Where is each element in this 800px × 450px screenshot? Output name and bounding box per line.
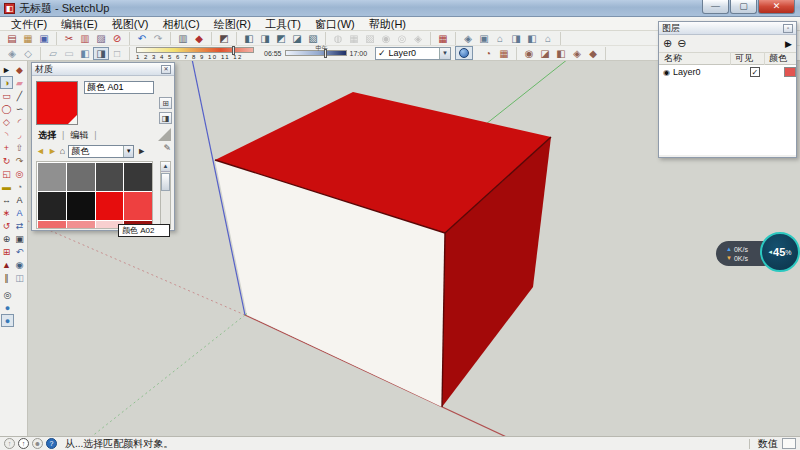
swatch-scrollbar[interactable]: ▲ [160,161,171,229]
save-button[interactable]: ▣ [36,32,52,45]
camera-front-button[interactable]: ⌂ [492,32,508,45]
tab-select[interactable]: 选择 [36,129,58,142]
shaded-style-button[interactable]: ◧ [77,47,93,60]
arc-3-tool[interactable]: ◞ [13,128,26,141]
color-swatch[interactable] [96,163,124,191]
walk-tool[interactable]: ∥ [0,271,13,284]
layer-manager-button[interactable] [455,46,473,60]
push-pull-tool[interactable]: ⇧ [13,141,26,154]
drape-button[interactable]: ◧ [553,47,569,60]
redo-button[interactable]: ↷ [150,32,166,45]
trim-button[interactable]: ▧ [305,32,321,45]
layer-color-swatch[interactable] [784,67,796,77]
warehouse-button[interactable]: ◩ [216,32,232,45]
camera-top-button[interactable]: ▣ [476,32,492,45]
color-swatch[interactable] [67,192,95,220]
from-scratch-button[interactable]: ▦ [496,47,512,60]
secondary-pane-button[interactable]: ◨ [159,112,172,124]
measurement-input[interactable] [782,438,796,449]
menu-help[interactable]: 帮助(H) [362,17,413,31]
polygon-tool[interactable]: ◇ [0,115,13,128]
color-swatch[interactable] [38,221,66,229]
camera-left-button[interactable]: ⌂ [540,32,556,45]
erase-button[interactable]: ⊘ [109,32,125,45]
share-component-button[interactable]: ▦ [435,32,451,45]
scale-tool[interactable]: ◱ [0,167,13,180]
scroll-up-icon[interactable]: ▲ [161,162,170,172]
dimension-tool[interactable]: ↔ [0,193,13,206]
help-icon[interactable]: ? [46,438,57,449]
3d-text-tool[interactable]: A [13,206,26,219]
earth-sphere-tool[interactable]: ● [1,301,14,314]
layer-visible-checkbox[interactable]: ✓ [750,67,760,77]
add-layer-button[interactable]: ⊕ [663,37,672,50]
open-button[interactable]: ▦ [20,32,36,45]
copy-button[interactable]: ▥ [77,32,93,45]
pan-tool[interactable]: ⇄ [13,219,26,232]
material-name-field[interactable] [84,81,154,94]
collection-dropdown[interactable]: 颜色 ▼ [68,145,134,158]
paint-bucket-tool[interactable]: ◑ [0,76,13,89]
menu-view[interactable]: 视图(V) [105,17,156,31]
color-swatch[interactable] [124,192,152,220]
camera-right-button[interactable]: ◨ [508,32,524,45]
model-info-button[interactable]: ◆ [191,32,207,45]
color-swatch[interactable] [96,192,124,220]
layer-row[interactable]: ◉Layer0✓ [659,65,796,79]
circle-tool[interactable]: ◯ [0,102,13,115]
color-swatch[interactable] [38,163,66,191]
geolocation-icon[interactable]: ↑ [4,438,15,449]
color-swatch[interactable] [38,192,66,220]
layers-restore-icon[interactable]: ▫ [783,24,793,33]
rotate-tool[interactable]: ↻ [0,154,13,167]
layer-combo-arrow-icon[interactable]: ▼ [439,48,450,59]
position-camera-tool[interactable]: ▲ [0,258,13,271]
shadow-date-slider[interactable]: 1 2 3 4 5 6 7 8 9 10 11 12 [136,47,254,60]
textured-style-button[interactable]: ◨ [93,47,109,60]
freehand-tool[interactable]: ∽ [13,102,26,115]
new-button[interactable]: ▤ [4,32,20,45]
close-button[interactable]: ✕ [758,0,795,14]
scroll-thumb[interactable] [161,173,170,191]
eraser-tool[interactable]: ▰ [13,76,26,89]
home-icon[interactable]: ⌂ [60,146,65,156]
tab-edit[interactable]: 编辑 [68,129,90,142]
monochrome-style-button[interactable]: □ [109,47,125,60]
add-detail-button[interactable]: ◈ [569,47,585,60]
minimize-button[interactable]: — [702,0,729,14]
subtract-button[interactable]: ◪ [289,32,305,45]
camera-iso-button[interactable]: ◈ [460,32,476,45]
print-button[interactable]: ▥ [175,32,191,45]
speed-ball[interactable]: ◂ 45 % [760,232,800,272]
speed-widget[interactable]: ▲ 0K/s ▼ 0K/s ◂ 45 % [714,230,800,274]
section-plane-tool[interactable]: ◫ [13,271,26,284]
create-material-button[interactable]: ⊞ [159,97,172,109]
offset-tool[interactable]: ◎ [13,167,26,180]
details-arrow-icon[interactable]: ► [137,146,146,156]
shadow-time-slider[interactable]: 06:55 中午 17:00 [264,50,367,57]
remove-layer-button[interactable]: ⊖ [677,37,686,50]
axes-tool[interactable]: ∗ [0,206,13,219]
zoom-extents-tool[interactable]: ⊞ [0,245,13,258]
protractor-tool[interactable]: ◔ [13,180,26,193]
tape-measure-tool[interactable]: ▬ [0,180,13,193]
paste-button[interactable]: ▨ [93,32,109,45]
undo-button[interactable]: ↶ [134,32,150,45]
orbit-tool[interactable]: ↺ [0,219,13,232]
menu-draw[interactable]: 绘图(R) [207,17,258,31]
default-material-sample[interactable] [158,128,171,141]
layer-radio-icon[interactable]: ◉ [663,68,670,77]
layer-combo[interactable]: ✓ Layer0 ▼ [375,47,451,60]
layers-panel-titlebar[interactable]: 图层 ▫ [659,22,796,35]
previous-view-tool[interactable]: ↶ [13,245,26,258]
intersect-button[interactable]: ◨ [257,32,273,45]
flip-edge-button[interactable]: ◆ [585,47,601,60]
arc-tool[interactable]: ◜ [13,115,26,128]
materials-dialog-titlebar[interactable]: 材质 ✕ [32,63,174,76]
text-tool[interactable]: A [13,193,26,206]
hidden-line-style-button[interactable]: ▭ [61,47,77,60]
union-button[interactable]: ◩ [273,32,289,45]
move-tool[interactable]: + [0,141,13,154]
menu-tools[interactable]: 工具(T) [258,17,308,31]
menu-file[interactable]: 文件(F) [4,17,54,31]
